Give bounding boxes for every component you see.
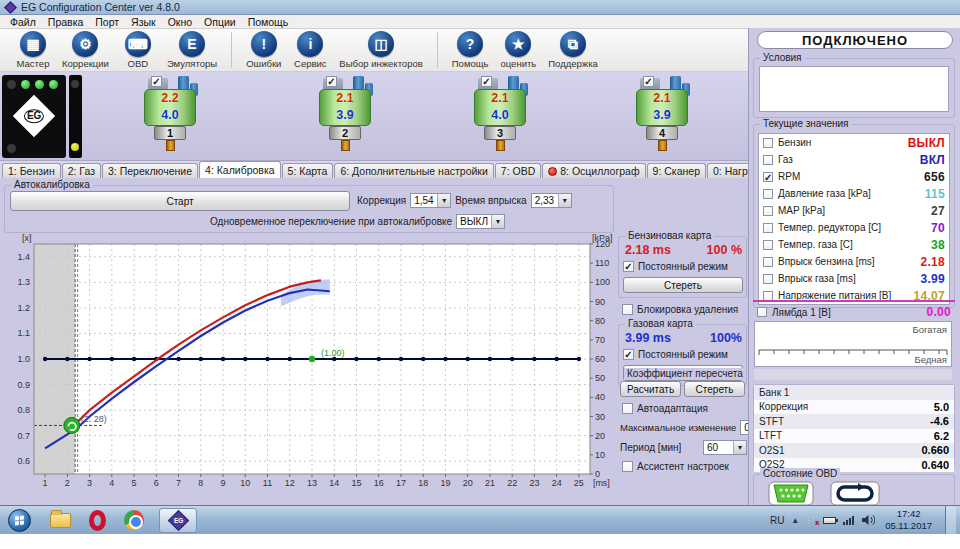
period-select[interactable]: 60 — [703, 440, 747, 455]
speaker-icon[interactable] — [861, 514, 875, 526]
svg-text:0.8: 0.8 — [17, 405, 30, 415]
injector-checkbox[interactable] — [481, 76, 492, 87]
battery-icon[interactable] — [823, 517, 836, 524]
tab-bar: 1: Бензин2: Газ3: Переключение4: Калибро… — [0, 161, 748, 178]
injector-gas-time: 4.0 — [145, 107, 195, 123]
toolbar-corrections-button[interactable]: ⚙Коррекции — [62, 31, 109, 69]
toolbar-service-button[interactable]: iСервис — [293, 31, 327, 69]
title-bar[interactable]: EG Configuration Center ver 4.8.0 — [0, 0, 960, 15]
gas-constant-checkbox[interactable] — [623, 349, 634, 360]
support-icon: ⧉ — [560, 31, 586, 57]
petrol-constant-checkbox[interactable] — [623, 261, 634, 272]
toolbar-help-button[interactable]: ?Помощь — [452, 31, 489, 69]
correction-label: Коррекция — [357, 195, 406, 206]
value-checkbox[interactable] — [763, 155, 773, 165]
menu-item-Опции[interactable]: Опции — [198, 15, 242, 28]
obd-icon: ⌨ — [125, 31, 151, 57]
svg-text:7: 7 — [176, 478, 181, 488]
taskbar-eg-app-button[interactable]: EG — [159, 508, 197, 533]
value-checkbox[interactable] — [763, 223, 773, 233]
injector-body: 2.24.0 — [144, 89, 196, 126]
language-indicator[interactable]: RU — [770, 515, 784, 526]
svg-text:20: 20 — [463, 478, 473, 488]
toolbar-support-button[interactable]: ⧉Поддержка — [548, 31, 598, 69]
chevron-down-icon[interactable] — [437, 194, 450, 207]
value-checkbox[interactable] — [763, 257, 773, 267]
value-checkbox[interactable] — [763, 206, 773, 216]
chevron-down-icon[interactable] — [558, 194, 571, 207]
tab-1[interactable]: 1: Бензин — [2, 163, 61, 178]
tab-8[interactable]: 8: Осциллограф — [542, 163, 645, 178]
chevron-down-icon[interactable] — [491, 215, 504, 228]
lambda-checkbox[interactable] — [757, 307, 767, 317]
show-desktop-button[interactable] — [945, 506, 956, 535]
svg-text:18: 18 — [418, 478, 428, 488]
lambda-rich-label: Богатая — [912, 324, 947, 335]
taskbar-chrome-icon[interactable] — [124, 510, 144, 530]
menu-item-Язык[interactable]: Язык — [125, 15, 162, 28]
injector-checkbox[interactable] — [151, 76, 162, 87]
svg-text:90: 90 — [595, 297, 605, 307]
toolbar-master-button[interactable]: ▦Мастер — [16, 31, 50, 69]
tab-7[interactable]: 7: OBD — [495, 163, 541, 178]
svg-text:12: 12 — [285, 478, 295, 488]
tray-expand-icon[interactable]: ▲ — [791, 516, 799, 525]
network-icon[interactable] — [843, 516, 854, 525]
menu-item-Помощь[interactable]: Помощь — [242, 15, 295, 28]
toolbar-obd-button[interactable]: ⌨OBD — [121, 31, 155, 69]
injection-time-label: Время впрыска — [455, 195, 527, 206]
menu-item-Правка[interactable]: Правка — [42, 15, 89, 28]
value-checkbox[interactable] — [763, 274, 773, 284]
tab-9[interactable]: 9: Сканер — [647, 163, 706, 178]
petrol-erase-button[interactable]: Стереть — [623, 277, 743, 293]
tab-5[interactable]: 5: Карта — [282, 163, 334, 178]
start-button[interactable]: Старт — [10, 191, 350, 211]
taskbar-explorer-icon[interactable] — [50, 513, 71, 528]
calibration-chart[interactable]: (1.00)(2. 28)0.60.70.80.91.01.11.21.31.4… — [4, 232, 616, 502]
injector-checkbox[interactable] — [326, 76, 337, 87]
help-icon: ? — [457, 31, 483, 57]
lock-delete-checkbox[interactable] — [622, 304, 633, 315]
correction-select[interactable]: 1,54 — [410, 193, 451, 208]
start-button[interactable] — [8, 509, 31, 532]
current-value-row: Впрыск бензина [ms]2.18 — [759, 253, 949, 270]
toolbar-errors-button[interactable]: !Ошибки — [246, 31, 281, 69]
toolbar-emulators-button[interactable]: EЭмуляторы — [167, 31, 217, 69]
value-checkbox[interactable] — [763, 240, 773, 250]
assistant-checkbox[interactable] — [622, 461, 633, 472]
toolbar-injector-select-button[interactable]: ◫Выбор инжекторов — [339, 31, 422, 69]
menu-item-Файл[interactable]: Файл — [4, 15, 42, 28]
value-number: 115 — [925, 187, 945, 201]
assistant-label: Ассистент настроек — [637, 461, 729, 472]
obd-status-title: Состояние OBD — [760, 468, 840, 480]
recalc-erase-button[interactable]: Стереть — [684, 381, 745, 397]
value-checkbox[interactable] — [763, 291, 773, 301]
value-checkbox[interactable] — [763, 189, 773, 199]
injection-time-select[interactable]: 2,33 — [531, 193, 572, 208]
value-checkbox[interactable] — [763, 138, 773, 148]
menu-item-Окно[interactable]: Окно — [162, 15, 198, 28]
tab-6[interactable]: 6: Дополнительные настройки — [334, 163, 493, 178]
bank-row-label: LTFT — [759, 430, 782, 441]
svg-text:11: 11 — [263, 478, 272, 488]
bank-row: O2S10.660 — [754, 443, 954, 458]
value-checkbox[interactable] — [763, 172, 773, 182]
value-number: 2.18 — [920, 255, 945, 269]
toolbar-rate-button[interactable]: ★оценить — [500, 31, 536, 69]
injector-checkbox[interactable] — [643, 76, 654, 87]
action-center-flag-icon[interactable]: ⚐x — [806, 515, 816, 526]
tab-4[interactable]: 4: Калибровка — [199, 161, 281, 178]
chevron-down-icon[interactable] — [733, 441, 746, 454]
svg-text:40: 40 — [595, 392, 605, 402]
value-label: Бензин — [778, 137, 811, 148]
tab-label: 5: Карта — [288, 165, 328, 177]
clock[interactable]: 17:42 05.11.2017 — [885, 508, 932, 532]
menu-item-Порт[interactable]: Порт — [89, 15, 125, 28]
simultaneous-select[interactable]: ВЫКЛ — [456, 214, 505, 229]
tab-2[interactable]: 2: Газ — [62, 163, 101, 178]
toolbar-label: OBD — [128, 58, 149, 69]
recalc-calc-button[interactable]: Расчитать — [620, 381, 681, 397]
taskbar-opera-icon[interactable] — [89, 510, 106, 531]
autoadapt-checkbox[interactable] — [622, 403, 633, 414]
tab-3[interactable]: 3: Переключение — [102, 163, 198, 178]
